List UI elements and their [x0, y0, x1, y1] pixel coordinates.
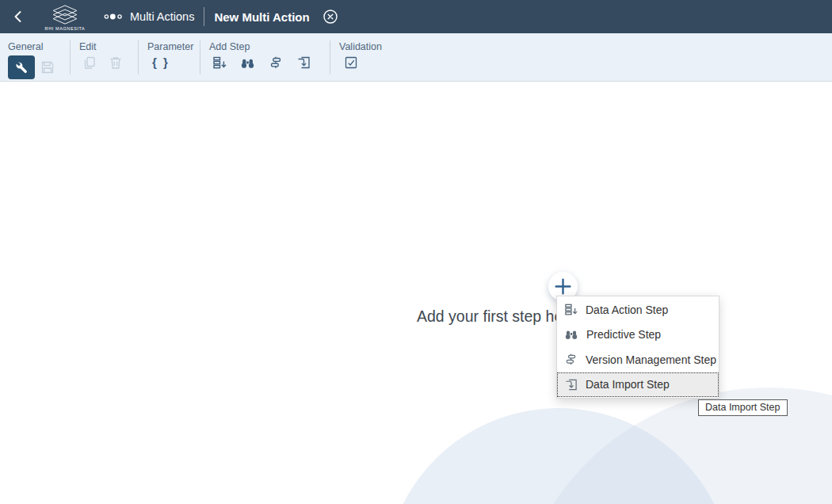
- menu-item-label: Data Import Step: [586, 378, 670, 391]
- save-button[interactable]: [40, 60, 55, 74]
- delete-button[interactable]: [109, 55, 123, 70]
- add-data-action-step-button[interactable]: [212, 55, 227, 70]
- multi-actions-icon: [103, 11, 124, 22]
- shell-bar: RHI MAGNESITA Multi Actions New Multi Ac…: [0, 0, 832, 33]
- data-action-step-icon: [212, 55, 227, 70]
- plus-icon: [554, 277, 572, 296]
- toolbar-group-validation: Validation: [339, 33, 382, 81]
- toolbar-divider: [138, 40, 139, 74]
- validation-checkbox-icon: [344, 55, 358, 70]
- close-circle-icon: [322, 9, 338, 25]
- toolbar-group-general: General: [8, 33, 65, 81]
- predictive-step-icon: [564, 328, 578, 341]
- data-import-step-icon: [296, 55, 311, 70]
- version-management-step-icon: [564, 353, 578, 366]
- logo-diamonds-icon: [47, 5, 83, 25]
- multi-action-canvas: Add your first step here Data Action Ste…: [0, 82, 832, 504]
- group-label-validation: Validation: [339, 41, 382, 52]
- back-chevron-icon: [11, 10, 24, 24]
- menu-item-label: Data Action Step: [586, 304, 668, 316]
- logo-caption: RHI MAGNESITA: [45, 26, 86, 31]
- add-predictive-step-button[interactable]: [240, 56, 255, 70]
- wrench-icon: [14, 60, 29, 74]
- toolbar-divider: [330, 40, 330, 74]
- add-step-menu-item[interactable]: Version Management Step: [557, 347, 719, 372]
- data-action-step-icon: [564, 303, 578, 316]
- title-divider: [204, 7, 204, 26]
- data-import-step-icon: [564, 378, 578, 391]
- add-step-menu-item[interactable]: Data Action Step: [557, 297, 719, 323]
- back-button[interactable]: [0, 0, 35, 33]
- trash-icon: [109, 55, 123, 70]
- copy-icon: [82, 55, 97, 70]
- toolbar-divider: [200, 40, 200, 74]
- toolbar-divider: [70, 40, 71, 74]
- group-label-add-step: Add Step: [209, 41, 325, 52]
- toolbar-group-edit: Edit: [79, 33, 133, 81]
- menu-item-label: Predictive Step: [586, 328, 661, 341]
- group-label-general: General: [8, 41, 65, 52]
- document-title: New Multi Action: [214, 10, 309, 24]
- close-button[interactable]: [322, 9, 338, 25]
- app-title: Multi Actions: [130, 10, 194, 23]
- edit-mode-button[interactable]: [8, 55, 35, 79]
- braces-icon: { }: [152, 55, 170, 69]
- add-data-import-step-button[interactable]: [296, 55, 311, 70]
- add-step-menu-item[interactable]: Data Import Step: [557, 372, 719, 398]
- add-step-menu-item[interactable]: Predictive Step: [557, 323, 719, 348]
- group-label-parameter: Parameter: [147, 41, 195, 52]
- predictive-step-icon: [240, 56, 255, 70]
- menu-item-label: Version Management Step: [586, 353, 716, 366]
- parameter-button[interactable]: { }: [152, 55, 170, 69]
- group-label-edit: Edit: [79, 41, 133, 52]
- add-step-menu: Data Action Step Predictive Step Version…: [556, 296, 719, 399]
- empty-canvas-hint: Add your first step here: [417, 307, 577, 326]
- validate-button[interactable]: [344, 55, 358, 70]
- copy-button[interactable]: [82, 55, 97, 70]
- version-management-step-icon: [269, 55, 283, 70]
- toolbar: General Edit: [0, 33, 832, 82]
- rhi-magnesita-logo: RHI MAGNESITA: [35, 5, 95, 31]
- toolbar-group-add-step: Add Step: [209, 33, 325, 81]
- add-version-management-step-button[interactable]: [269, 55, 283, 70]
- data-import-step-tooltip: Data Import Step: [698, 399, 788, 416]
- save-icon: [40, 60, 55, 74]
- toolbar-group-parameter: Parameter { }: [147, 33, 195, 81]
